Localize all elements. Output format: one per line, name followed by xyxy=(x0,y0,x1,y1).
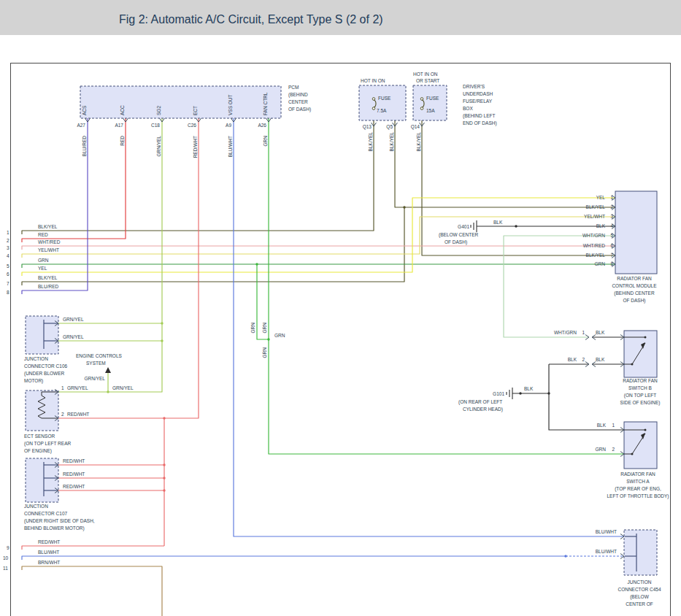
component-label: CONNECTOR C106 xyxy=(24,363,68,369)
wire-color-label: RED/WHT xyxy=(38,539,60,544)
fuse-icon xyxy=(372,98,375,101)
switch-contact xyxy=(631,363,634,366)
fuse-pin-id: Q13 xyxy=(363,124,372,130)
wire-color-label: GRN xyxy=(596,447,607,452)
component-label: CENTER OF xyxy=(626,601,653,607)
junction-dot xyxy=(107,390,109,393)
pcm-pin-id: A26 xyxy=(258,123,266,128)
component-label: BEHIND BLOWER MOTOR) xyxy=(24,525,85,531)
power-source-label: HOT IN ON xyxy=(361,78,385,83)
fusebox-label: FUSE/RELAY xyxy=(463,99,493,104)
wire-color-label: BLK xyxy=(597,423,607,428)
component-label: (UNDER BLOWER xyxy=(24,371,65,377)
pcm-label: (BEHIND xyxy=(288,92,308,98)
component-label: (TOP REAR OF ENG, xyxy=(615,486,661,492)
junction-dot xyxy=(547,392,550,394)
wire-color-label: RED/WHT xyxy=(63,484,85,489)
fuse-amp-label: 7.5A xyxy=(377,108,387,113)
component-label: SWITCH A xyxy=(626,479,650,484)
row-number: 7 xyxy=(7,281,9,286)
wire-bluwht-row10 xyxy=(22,556,566,560)
wire-grn-fanctrl xyxy=(269,118,624,454)
wire-brnwht-row11 xyxy=(22,566,162,616)
pcm-label: OF DASH) xyxy=(288,107,311,112)
wire-color-label: BLK/YEL xyxy=(389,132,394,152)
wire-color-label: YEL/WHT xyxy=(38,247,59,253)
ground-id: G101 xyxy=(493,391,504,396)
wire-color-label: GRN/YEL xyxy=(156,136,161,157)
junction-dot xyxy=(564,555,566,557)
wire-color-label: GRN/YEL xyxy=(63,317,84,322)
wire-color-label: WHT/RED xyxy=(583,243,606,248)
wire-color-label: GRN/YEL xyxy=(63,334,84,339)
component-label: JUNCTION xyxy=(628,580,652,585)
component-label: OF DASH) xyxy=(623,298,645,304)
fuse-label: FUSE xyxy=(378,96,391,101)
wire-color-label: BLU/WHT xyxy=(228,136,233,157)
fuse-box-2 xyxy=(413,85,447,120)
ground-id: G401 xyxy=(458,224,469,229)
junction-dot xyxy=(515,225,517,227)
wire-whtgrn-pin5-switchb xyxy=(504,236,615,337)
component-label: JUNCTION xyxy=(24,504,48,509)
component-label: (BEHIND CENTER xyxy=(614,290,655,296)
component-label: LEFT OF THROTTLE BODY) xyxy=(607,493,669,499)
fan-control-module-box xyxy=(615,191,657,274)
pin-number: 2 xyxy=(612,447,615,452)
component-label: OF ENGINE) xyxy=(24,448,52,454)
row-number: 2 xyxy=(7,238,9,243)
fan-switch-b-box xyxy=(624,331,657,377)
wire-color-label: BLU/WHT xyxy=(38,550,59,555)
fuse-icon xyxy=(420,98,423,101)
pin-number: 1 xyxy=(61,385,64,390)
wire-color-label: BLK xyxy=(524,386,534,391)
power-source-label: HOT IN ON xyxy=(413,72,438,77)
junction-dot xyxy=(255,263,258,265)
pcm-pin-signal: ECT xyxy=(193,106,198,115)
page-title: Fig 2: Automatic A/C Circuit, Except Typ… xyxy=(119,13,383,26)
fusebox-label: DRIVER'S xyxy=(463,84,485,89)
wire-yelwht-row4-pin3 xyxy=(22,217,615,258)
wire-color-label: RED/WHT xyxy=(63,471,85,477)
wire-color-label: BRN/WHT xyxy=(38,560,60,565)
pcm-pin-id: A17 xyxy=(115,123,123,128)
power-source-label: OR START xyxy=(416,78,439,83)
row-number: 4 xyxy=(7,253,9,258)
wire-color-label: BLU/RED xyxy=(82,136,87,156)
switch-contact xyxy=(631,453,634,455)
pcm-label: CENTER xyxy=(288,99,308,104)
wire-color-label: GRN/YEL xyxy=(112,385,134,390)
pcm-pin-signal: ACS xyxy=(82,105,87,115)
pcm-pin-signal: SG2 xyxy=(156,106,161,115)
wire-color-label: GRN xyxy=(274,333,285,338)
fusebox-label: (BEHIND LEFT xyxy=(463,113,495,119)
wire-color-label: GRN/YEL xyxy=(67,385,88,390)
wire-grn-row5-pin8 xyxy=(22,264,615,268)
fuse-box-1 xyxy=(359,85,406,120)
switch-contact xyxy=(645,336,647,339)
wire-color-label: YEL/WHT xyxy=(584,214,605,219)
wire-color-label: WHT/GRN xyxy=(582,233,605,238)
ground-location-label: (ON REAR OF LEFT xyxy=(458,399,502,405)
wire-whtred-row3-pin6 xyxy=(22,246,615,250)
fuse-label: FUSE xyxy=(426,96,439,101)
wire-color-label: BLK xyxy=(493,220,503,225)
fuse-icon xyxy=(372,107,375,110)
junction-dot xyxy=(267,338,269,340)
wire-color-label: WHT/GRN xyxy=(554,330,577,335)
row-number: 6 xyxy=(7,272,9,277)
component-label: (UNDER RIGHT SIDE OF DASH, xyxy=(24,518,95,524)
component-label: (BELOW xyxy=(630,594,650,600)
component-label: RADIATOR FAN xyxy=(620,471,655,477)
wire-color-label: BLK/YEL xyxy=(586,253,606,258)
component-label: RADIATOR FAN xyxy=(617,276,652,281)
diagram-frame xyxy=(11,63,671,616)
wire-blkyel-q5-pin2 xyxy=(374,115,615,207)
junction-connector-c106-box xyxy=(26,316,58,354)
wire-color-label: BLK/YEL xyxy=(586,204,606,209)
offpage-arrow-icon xyxy=(105,367,111,373)
component-label: CONNECTOR C454 xyxy=(617,587,661,592)
row-number: 1 xyxy=(7,230,9,235)
junction-dot xyxy=(161,339,163,342)
pin-number: 1 xyxy=(582,330,585,335)
